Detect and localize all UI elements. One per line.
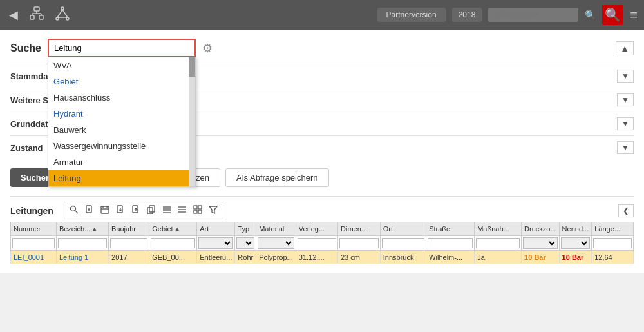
results-toolbar (64, 202, 223, 219)
cell-bezeichnung: Leitung 1 (56, 251, 108, 264)
svg-rect-36 (198, 206, 202, 209)
toolbar-copy-btn[interactable] (144, 204, 158, 217)
dropdown-item-bauwerk[interactable]: Bauwerk (48, 122, 195, 138)
toolbar-new-btn[interactable] (82, 204, 97, 217)
toolbar-import-btn[interactable] (113, 204, 128, 217)
dropdown-item-gebiet[interactable]: Gebiet (48, 73, 195, 90)
cell-dimension: 23 cm (338, 251, 381, 264)
filter-laenge[interactable] (593, 238, 632, 248)
sort-gebiet-icon[interactable]: ▲ (175, 226, 180, 232)
filter-typ[interactable] (236, 237, 254, 249)
weitere-stammdaten-collapse-icon[interactable]: ▼ (617, 93, 634, 106)
filter-massnahme[interactable] (476, 238, 520, 248)
cell-druckzone: 10 Bar (522, 251, 560, 264)
dropdown-item-wassergewinnungsstelle[interactable]: Wassergewinnungsstelle (48, 138, 195, 154)
results-table-wrapper: Nummer Bezeich...▲ Baujahr Gebiet▲ Art T… (10, 222, 634, 264)
svg-rect-22 (117, 206, 122, 213)
col-material: Material (256, 222, 296, 236)
back-button[interactable]: ◀ (6, 5, 21, 24)
toolbar-calendar-btn[interactable] (98, 204, 112, 217)
cell-nenndruck: 10 Bar (559, 251, 592, 264)
stammdaten-collapse-icon[interactable]: ▼ (617, 70, 634, 83)
svg-rect-1 (30, 15, 34, 19)
cell-baujahr: 2017 (109, 251, 149, 264)
results-title: Leitungen (10, 206, 53, 216)
filter-baujahr[interactable] (110, 238, 147, 248)
toolbar-search-btn[interactable] (67, 204, 81, 217)
filter-bezeichnung[interactable] (58, 238, 107, 248)
col-nummer: Nummer (11, 222, 57, 236)
active-search-icon[interactable]: 🔍 (602, 5, 623, 25)
svg-rect-0 (34, 7, 39, 11)
sort-bezeichnung-icon[interactable]: ▲ (91, 226, 97, 232)
toolbar-filter-btn[interactable] (206, 204, 220, 217)
svg-line-11 (62, 10, 68, 17)
dropdown-item-wva[interactable]: WVA (48, 57, 195, 73)
filter-nenndruck[interactable] (561, 237, 591, 249)
zustand-collapse-icon[interactable]: ▼ (617, 141, 634, 154)
toolbar-lines-btn[interactable] (160, 204, 174, 217)
search-icon[interactable]: 🔍 (585, 10, 596, 20)
save-query-button[interactable]: Als Abfrage speichern (225, 168, 328, 187)
filter-druckzone[interactable] (523, 237, 558, 249)
topbar: ◀ Partnerversion 2018 🔍 🔍 ≡ (0, 0, 644, 30)
col-strasse: Straße (426, 222, 475, 236)
svg-rect-2 (39, 15, 43, 19)
dropdown-scroll-thumb (189, 57, 195, 77)
col-gebiet: Gebiet▲ (149, 222, 197, 236)
toolbar-export-btn[interactable] (129, 204, 143, 217)
cell-nummer: LEI_0001 (11, 251, 57, 264)
results-collapse-icon[interactable]: ❮ (618, 204, 634, 217)
search-gear-icon[interactable]: ⚙ (202, 41, 213, 55)
col-dimension: Dimen... (338, 222, 381, 236)
filter-gebiet[interactable] (151, 238, 195, 248)
network-icon[interactable] (27, 4, 46, 26)
filter-art[interactable] (198, 237, 233, 249)
dropdown-scrollbar[interactable] (189, 57, 195, 186)
svg-rect-27 (147, 208, 153, 214)
svg-rect-38 (198, 210, 202, 213)
table-header-row: Nummer Bezeich...▲ Baujahr Gebiet▲ Art T… (11, 222, 634, 236)
col-nenndruck: Nennd... (559, 222, 592, 236)
svg-point-7 (61, 7, 64, 10)
search-header: Suche Leitung WVA Gebiet Hausanschluss H… (10, 39, 634, 57)
cell-material: Polyprop... (256, 251, 296, 264)
cell-art: Entleeru... (197, 251, 235, 264)
cell-massnahme: Ja (475, 251, 522, 264)
col-druckzone: Druckzo... (522, 222, 560, 236)
search-collapse-icon[interactable]: ▲ (616, 41, 634, 55)
filter-strasse[interactable] (428, 238, 473, 248)
menu-icon[interactable]: ≡ (630, 8, 638, 23)
col-ort: Ort (380, 222, 426, 236)
dropdown-item-leitung[interactable]: Leitung (48, 170, 195, 186)
dropdown-item-hausanschluss[interactable]: Hausanschluss (48, 90, 195, 106)
col-laenge: Länge... (592, 222, 634, 236)
grunddaten-collapse-icon[interactable]: ▼ (617, 117, 634, 130)
filter-verlegt[interactable] (298, 238, 336, 248)
dropdown-item-armatur[interactable]: Armatur (48, 154, 195, 170)
filter-dimension[interactable] (339, 238, 379, 248)
svg-marker-39 (209, 206, 217, 213)
hierarchy-icon[interactable] (53, 4, 72, 26)
toolbar-list-btn[interactable] (175, 204, 189, 217)
svg-line-14 (75, 211, 78, 214)
cell-typ: Rohr (235, 251, 256, 264)
search-dropdown-wrapper: Leitung WVA Gebiet Hausanschluss Hydrant… (48, 39, 196, 57)
svg-rect-37 (194, 210, 197, 213)
search-type-select[interactable]: Leitung (48, 39, 196, 57)
filter-ort[interactable] (382, 238, 424, 248)
toolbar-grid-btn[interactable] (191, 204, 205, 217)
dropdown-menu: WVA Gebiet Hausanschluss Hydrant Bauwerk… (48, 57, 196, 187)
svg-rect-26 (149, 206, 155, 212)
svg-line-10 (57, 10, 62, 17)
quick-search-input[interactable] (488, 8, 578, 22)
dropdown-item-hydrant[interactable]: Hydrant (48, 106, 195, 122)
version-badge: Partnerversion (377, 8, 446, 22)
filter-nummer[interactable] (12, 238, 55, 248)
cell-gebiet: GEB_00... (149, 251, 197, 264)
col-typ: Typ (235, 222, 256, 236)
table-row[interactable]: LEI_0001 Leitung 1 2017 GEB_00... Entlee… (11, 251, 634, 264)
cell-ort: Innsbruck (380, 251, 426, 264)
cell-laenge: 12,64 (592, 251, 634, 264)
filter-material[interactable] (258, 237, 294, 249)
